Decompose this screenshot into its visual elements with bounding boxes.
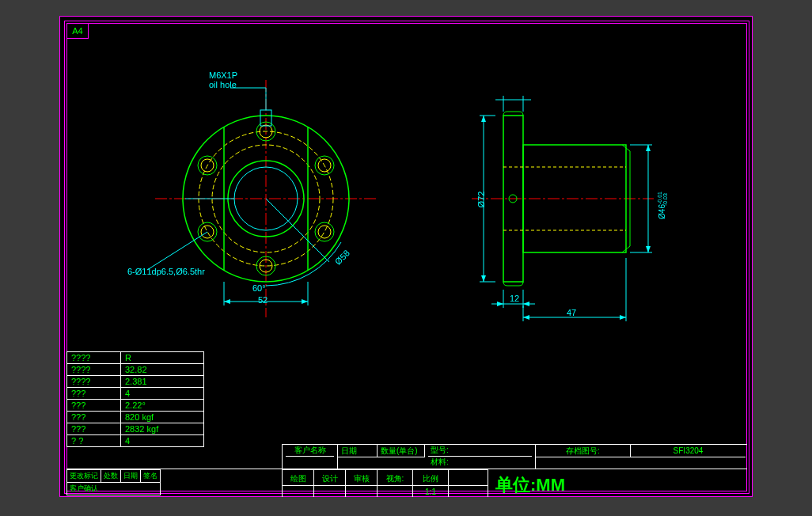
spec-table: ????R ????32.82 ????2.381 ???4 ???2.22° … — [66, 351, 204, 447]
qty-label: 数量(单台) — [378, 445, 425, 457]
oil-hole-label-2: oil hole — [209, 80, 237, 89]
model-label: 型号: — [428, 445, 532, 457]
revision-block: 更改标记处数日期签名 客户确认 — [66, 469, 161, 495]
titleblock-top: 客户名称 日期 数量(单台) 型号: 材料: 存档图号: SFI3204 — [282, 444, 747, 469]
scale-label: 比例 — [423, 473, 438, 484]
svg-marker-46 — [646, 145, 651, 151]
bolt-note: 6-Ø11dp6.5,Ø6.5thr — [127, 267, 205, 276]
customer-label: 客户名称 — [286, 445, 334, 457]
svg-marker-42 — [481, 275, 486, 282]
dia46-label: Ø46-0.01-0.03 — [658, 179, 666, 219]
cad-canvas: A4 — [59, 16, 753, 497]
svg-marker-56 — [523, 315, 529, 320]
date-label: 日期 — [338, 445, 378, 457]
drawing-no: SFI3204 — [631, 445, 746, 457]
drawing-no-label: 存档图号: — [536, 445, 631, 457]
svg-marker-52 — [523, 302, 529, 306]
units-label: 单位:MM — [495, 473, 565, 497]
dim-12: 12 — [510, 294, 519, 303]
svg-marker-28 — [302, 299, 308, 304]
svg-point-14 — [318, 226, 331, 238]
check-label: 审核 — [346, 470, 378, 487]
scale-value: 1:1 — [413, 486, 449, 497]
svg-marker-41 — [481, 116, 486, 122]
dim-47: 47 — [567, 308, 576, 317]
material-label: 材料: — [428, 457, 449, 469]
svg-marker-57 — [620, 315, 626, 320]
view-label: 视角: — [378, 470, 413, 487]
oil-hole-label-1: M6X1P — [209, 70, 237, 80]
svg-line-31 — [147, 232, 207, 270]
angle-60: 60° — [252, 283, 266, 293]
svg-marker-51 — [497, 302, 503, 306]
front-view — [123, 64, 440, 381]
titleblock-bottom: 绘图 设计 审核 视角: 比例 — [282, 469, 488, 487]
svg-marker-47 — [646, 246, 651, 252]
svg-line-23 — [266, 199, 329, 262]
sheet-format: A4 — [66, 23, 89, 39]
draw-label: 绘图 — [283, 470, 314, 487]
dim-52: 52 — [258, 295, 268, 305]
svg-marker-27 — [224, 299, 230, 304]
dia72-label: Ø72 — [476, 192, 486, 208]
design-label: 设计 — [314, 470, 346, 487]
side-view — [448, 72, 670, 349]
